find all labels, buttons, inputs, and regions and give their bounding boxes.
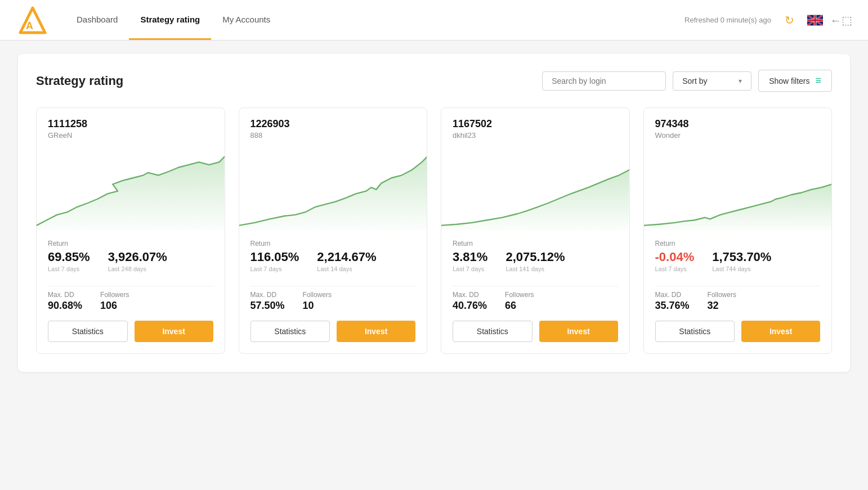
invest-button[interactable]: Invest [337, 321, 415, 342]
return-row: 69.85% Last 7 days 3,926.07% Last 248 da… [48, 250, 213, 272]
followers-item: Followers 66 [505, 291, 534, 312]
divider [48, 286, 213, 286]
maxdd-label: Max. DD [655, 291, 690, 299]
statistics-button[interactable]: Statistics [250, 321, 330, 342]
refresh-button[interactable]: ↻ [780, 11, 798, 29]
card-header: 1226903 888 [239, 108, 427, 146]
followers-item: Followers 106 [100, 291, 129, 312]
return-7d-label: Last 7 days [453, 266, 487, 272]
invest-button[interactable]: Invest [741, 321, 820, 342]
followers-value: 32 [708, 300, 736, 312]
maxdd-label: Max. DD [453, 291, 487, 299]
search-input[interactable] [542, 71, 666, 91]
maxdd-item: Max. DD 40.76% [453, 291, 487, 312]
return-7d-value: 3.81% [453, 250, 487, 264]
language-flag[interactable] [807, 15, 823, 26]
nav-strategy-rating[interactable]: Strategy rating [129, 0, 211, 40]
sort-by-button[interactable]: Sort by ▾ [673, 71, 751, 91]
return-label: Return [655, 240, 821, 248]
secondary-stats-row: Max. DD 90.68% Followers 106 [37, 291, 225, 321]
divider [453, 286, 618, 286]
return-7d-item: 69.85% Last 7 days [48, 250, 90, 272]
return-total-item: 2,214.67% Last 14 days [317, 250, 376, 272]
strategy-rating-panel: Strategy rating Sort by ▾ Show filters ≡… [18, 54, 850, 372]
card-id: 1226903 [250, 118, 416, 130]
divider [250, 286, 416, 286]
card-name: GReeN [48, 131, 213, 140]
return-label: Return [48, 240, 213, 248]
maxdd-value: 57.50% [250, 300, 285, 312]
card-stats: Return 116.05% Last 7 days 2,214.67% Las… [239, 231, 427, 281]
show-filters-label: Show filters [769, 77, 809, 86]
return-total-value: 3,926.07% [108, 250, 167, 264]
card-name: dkhil23 [453, 131, 618, 140]
logout-button[interactable]: ⬚→ [832, 11, 850, 29]
main-content: Strategy rating Sort by ▾ Show filters ≡… [0, 41, 868, 385]
refreshed-text: Refreshed 0 minute(s) ago [684, 16, 771, 24]
return-total-label: Last 744 days [712, 266, 771, 272]
followers-label: Followers [100, 291, 129, 299]
followers-value: 106 [100, 300, 129, 312]
return-row: -0.04% Last 7 days 1,753.70% Last 744 da… [655, 250, 821, 272]
cards-grid: 1111258 GReeN Return 69.85% Last 7 [36, 107, 832, 354]
svg-text:A: A [26, 20, 33, 32]
strategy-card-0: 1111258 GReeN Return 69.85% Last 7 [36, 107, 225, 354]
strategy-card-1: 1226903 888 Return 116.05% Last 7 [239, 107, 428, 354]
card-actions: Statistics Invest [441, 321, 629, 353]
invest-button[interactable]: Invest [135, 321, 213, 342]
card-stats: Return 69.85% Last 7 days 3,926.07% Last… [37, 231, 225, 281]
strategy-card-3: 974348 Wonder Return -0.04% Last 7 [643, 107, 833, 354]
header: A Dashboard Strategy rating My Accounts … [0, 0, 868, 41]
return-7d-item: 116.05% Last 7 days [250, 250, 299, 272]
return-7d-value: -0.04% [655, 250, 695, 264]
statistics-button[interactable]: Statistics [453, 321, 533, 342]
statistics-button[interactable]: Statistics [48, 321, 128, 342]
logo: A [18, 6, 47, 35]
nav-dashboard[interactable]: Dashboard [65, 0, 129, 40]
followers-item: Followers 10 [303, 291, 332, 312]
return-row: 116.05% Last 7 days 2,214.67% Last 14 da… [250, 250, 416, 272]
card-id: 974348 [655, 118, 821, 130]
strategy-card-2: 1167502 dkhil23 Return 3.81% Last [441, 107, 630, 354]
return-7d-label: Last 7 days [655, 266, 695, 272]
return-7d-value: 69.85% [48, 250, 90, 264]
card-actions: Statistics Invest [239, 321, 427, 353]
return-total-label: Last 14 days [317, 266, 376, 272]
filter-icon: ≡ [815, 75, 821, 87]
return-total-label: Last 141 days [505, 266, 565, 272]
return-total-value: 2,214.67% [317, 250, 376, 264]
nav-my-accounts[interactable]: My Accounts [211, 0, 281, 40]
return-total-item: 1,753.70% Last 744 days [712, 250, 771, 272]
card-chart [441, 146, 629, 231]
maxdd-value: 40.76% [453, 300, 487, 312]
card-header: 974348 Wonder [644, 108, 832, 146]
maxdd-label: Max. DD [48, 291, 82, 299]
followers-label: Followers [303, 291, 332, 299]
panel-header: Strategy rating Sort by ▾ Show filters ≡ [36, 70, 832, 92]
secondary-stats-row: Max. DD 40.76% Followers 66 [441, 291, 629, 321]
show-filters-button[interactable]: Show filters ≡ [758, 70, 832, 92]
card-header: 1111258 GReeN [37, 108, 225, 146]
maxdd-label: Max. DD [250, 291, 285, 299]
card-header: 1167502 dkhil23 [441, 108, 629, 146]
return-total-value: 2,075.12% [505, 250, 565, 264]
return-7d-label: Last 7 days [250, 266, 299, 272]
return-7d-value: 116.05% [250, 250, 299, 264]
return-total-value: 1,753.70% [712, 250, 771, 264]
invest-button[interactable]: Invest [539, 321, 618, 342]
return-7d-item: 3.81% Last 7 days [453, 250, 487, 272]
return-7d-label: Last 7 days [48, 266, 90, 272]
followers-value: 10 [303, 300, 332, 312]
maxdd-value: 90.68% [48, 300, 82, 312]
statistics-button[interactable]: Statistics [655, 321, 735, 342]
card-chart [37, 146, 225, 231]
card-stats: Return -0.04% Last 7 days 1,753.70% Last… [644, 231, 832, 281]
followers-value: 66 [505, 300, 534, 312]
return-7d-item: -0.04% Last 7 days [655, 250, 695, 272]
return-label: Return [453, 240, 618, 248]
card-stats: Return 3.81% Last 7 days 2,075.12% Last … [441, 231, 629, 281]
card-name: 888 [250, 131, 416, 140]
return-total-item: 3,926.07% Last 248 days [108, 250, 167, 272]
maxdd-item: Max. DD 90.68% [48, 291, 82, 312]
page-title: Strategy rating [36, 74, 542, 88]
